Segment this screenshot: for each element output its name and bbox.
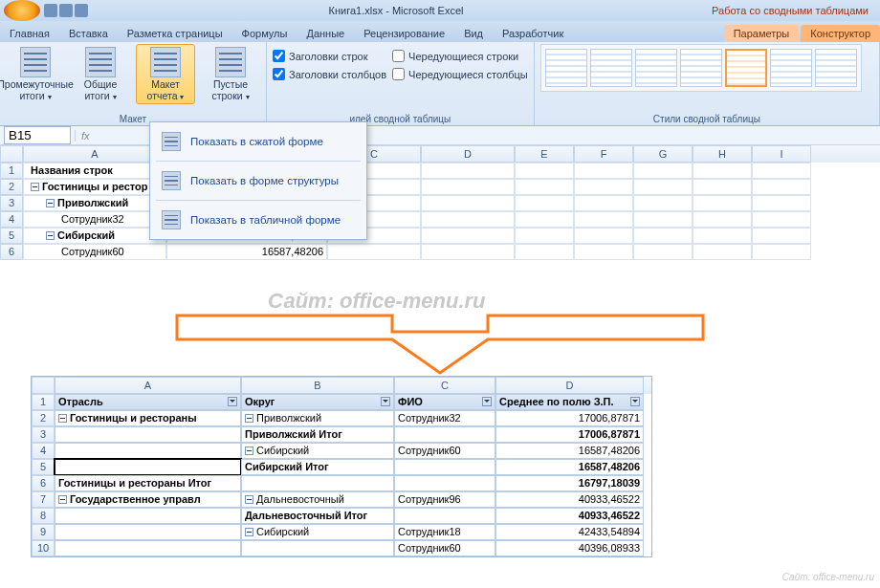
style-thumb-selected[interactable]	[725, 49, 767, 87]
cell[interactable]: Государственное управл	[55, 491, 241, 508]
cell[interactable]	[421, 244, 515, 260]
row-header[interactable]: 4	[32, 443, 55, 459]
cell[interactable]	[241, 475, 394, 491]
checkbox-input[interactable]	[273, 68, 285, 80]
cell[interactable]	[421, 163, 515, 179]
cell[interactable]	[241, 540, 394, 556]
cell[interactable]	[421, 195, 515, 211]
cell[interactable]	[327, 244, 421, 260]
cell[interactable]	[752, 211, 811, 228]
column-header[interactable]: I	[752, 145, 811, 163]
checkbox-input[interactable]	[392, 68, 405, 80]
tab-design[interactable]: Конструктор	[801, 25, 880, 42]
cell[interactable]: Дальневосточный Итог	[241, 508, 394, 524]
checkbox-input[interactable]	[392, 50, 405, 62]
layout-button[interactable]: Макетотчета ▾	[136, 44, 195, 104]
row-header[interactable]: 4	[0, 211, 23, 228]
cell[interactable]	[515, 211, 574, 228]
collapse-icon[interactable]	[31, 183, 39, 191]
cell[interactable]: 40396,08933	[495, 540, 644, 556]
collapse-icon[interactable]	[58, 495, 67, 504]
row-header[interactable]: 3	[32, 426, 55, 443]
cell[interactable]	[693, 195, 752, 211]
cell[interactable]: ФИО	[394, 394, 495, 410]
collapse-icon[interactable]	[46, 231, 55, 240]
collapse-icon[interactable]	[245, 414, 253, 423]
cell[interactable]: Дальневосточный	[241, 491, 394, 508]
row-header[interactable]: 5	[0, 228, 23, 244]
worksheet-bottom[interactable]: ABCD1ОтрасльОкругФИОСреднее по полю З.П.…	[31, 376, 652, 557]
cell[interactable]: Приволжский	[241, 410, 394, 426]
cell[interactable]: Сотрудник96	[394, 491, 495, 508]
cell[interactable]	[515, 228, 574, 244]
cell[interactable]	[633, 244, 693, 260]
cell[interactable]	[515, 163, 574, 179]
row-header[interactable]: 9	[32, 524, 55, 540]
cell[interactable]	[633, 163, 693, 179]
tab-options[interactable]: Параметры	[724, 25, 800, 42]
cell[interactable]: Названия строк	[23, 163, 166, 179]
cell[interactable]	[55, 443, 241, 459]
tab-developer[interactable]: Разработчик	[493, 25, 573, 42]
cell[interactable]: Сибирский	[241, 524, 394, 540]
cell[interactable]: Сотрудник60	[394, 443, 495, 459]
cell[interactable]	[55, 459, 241, 475]
collapse-icon[interactable]	[58, 414, 67, 423]
cell[interactable]	[394, 475, 495, 491]
cell[interactable]	[633, 228, 693, 244]
cell[interactable]: Отрасль	[55, 394, 241, 410]
style-thumb[interactable]	[680, 49, 722, 87]
fx-icon[interactable]: fx	[75, 130, 96, 142]
cell[interactable]	[55, 524, 241, 540]
cell[interactable]	[421, 211, 515, 228]
cell[interactable]	[693, 163, 752, 179]
cell[interactable]	[574, 163, 633, 179]
column-header[interactable]: D	[495, 377, 644, 394]
cell[interactable]: 17006,87871	[495, 426, 644, 443]
cell[interactable]	[515, 179, 574, 195]
cell[interactable]	[55, 540, 241, 556]
cell[interactable]	[752, 163, 811, 179]
column-header[interactable]: C	[394, 377, 495, 394]
style-option-checkbox[interactable]: Заголовки строк	[273, 50, 386, 62]
column-header[interactable]: E	[515, 145, 574, 163]
cell[interactable]	[693, 244, 752, 260]
collapse-icon[interactable]	[245, 446, 253, 455]
office-button-icon[interactable]	[4, 0, 40, 21]
collapse-icon[interactable]	[245, 528, 253, 536]
row-header[interactable]: 8	[32, 508, 55, 524]
layout-button[interactable]: Общиеитоги ▾	[71, 44, 130, 104]
cell[interactable]	[421, 228, 515, 244]
cell[interactable]: Сотрудник60	[23, 244, 166, 260]
cell[interactable]	[515, 244, 574, 260]
column-header[interactable]: B	[241, 377, 394, 394]
style-thumb[interactable]	[770, 49, 812, 87]
dropdown-tabular[interactable]: Показать в табличной форме	[150, 201, 366, 239]
cell[interactable]: Среднее по полю З.П.	[495, 394, 644, 410]
cell[interactable]	[633, 211, 693, 228]
layout-button[interactable]: Пустыестроки ▾	[201, 44, 260, 104]
tab-insert[interactable]: Вставка	[59, 25, 118, 42]
cell[interactable]	[693, 211, 752, 228]
cell[interactable]: 16587,48206	[166, 244, 327, 260]
row-header[interactable]: 2	[32, 410, 55, 426]
cell[interactable]	[55, 426, 241, 443]
cell[interactable]: Гостиницы и рестор	[23, 179, 166, 195]
cell[interactable]: 42433,54894	[495, 524, 644, 540]
cell[interactable]	[693, 179, 752, 195]
dropdown-compact[interactable]: Показать в сжатой форме	[150, 122, 366, 161]
row-header[interactable]: 10	[32, 540, 55, 556]
row-header[interactable]: 2	[0, 179, 23, 195]
cell[interactable]: 17006,87871	[495, 410, 644, 426]
cell[interactable]	[394, 459, 495, 475]
cell[interactable]: Сибирский Итог	[241, 459, 394, 475]
cell[interactable]	[693, 228, 752, 244]
style-thumb[interactable]	[545, 49, 587, 87]
tab-page-layout[interactable]: Разметка страницы	[118, 25, 232, 42]
cell[interactable]	[752, 228, 811, 244]
cell[interactable]: Приволжский Итог	[241, 426, 394, 443]
cell[interactable]	[394, 426, 495, 443]
cell[interactable]	[574, 179, 633, 195]
row-header[interactable]: 7	[32, 491, 55, 508]
cell[interactable]: 16587,48206	[495, 443, 644, 459]
